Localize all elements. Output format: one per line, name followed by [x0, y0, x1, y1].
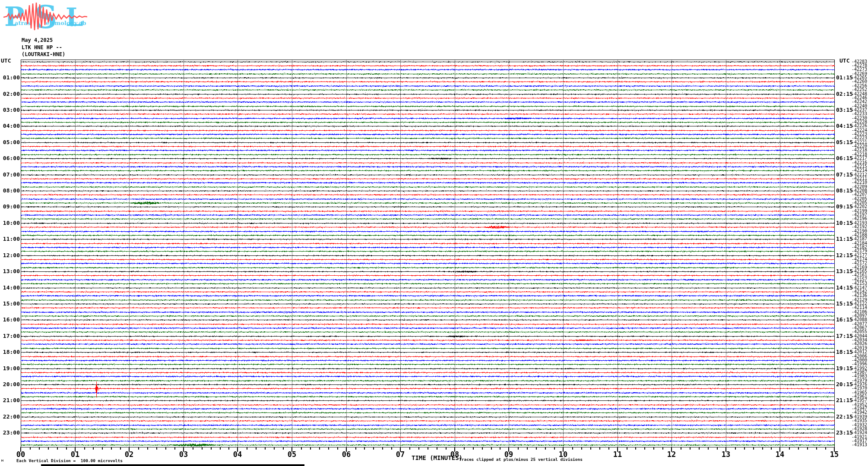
header-date: May 4,2025	[22, 37, 53, 44]
x-tick-label: 12	[661, 451, 682, 458]
left-time-label: 15:00	[1, 301, 20, 307]
left-time-label: 22:00	[1, 414, 20, 420]
x-tick-label: 04	[227, 451, 248, 458]
left-time-label: 17:00	[1, 333, 20, 339]
left-time-label: 12:00	[1, 252, 20, 258]
left-time-label: 06:00	[1, 155, 20, 161]
helicorder-plot-canvas	[0, 0, 868, 466]
left-time-label: 21:00	[1, 397, 20, 403]
x-tick-label: 00	[10, 451, 31, 458]
left-time-label: 18:00	[1, 349, 20, 355]
x-tick-label: 02	[119, 451, 139, 458]
left-time-label: 14:00	[1, 285, 20, 291]
bottom-edge-bar	[41, 464, 304, 466]
left-time-label: 23:00	[1, 430, 20, 436]
left-time-label: 09:00	[1, 204, 20, 210]
left-time-label: 16:00	[1, 317, 20, 323]
x-tick-label: 11	[607, 451, 628, 458]
left-time-label: 20:00	[1, 381, 20, 387]
left-time-label: 01:00	[1, 75, 20, 81]
left-time-label: 19:00	[1, 365, 20, 372]
x-tick-label: 14	[770, 451, 790, 458]
logo-word-eismology: eismology	[46, 20, 78, 26]
header-location: (LOUTRAKI-HNE)	[22, 51, 65, 58]
header-station: LTK HNE HP --	[22, 44, 62, 51]
psl-logo: P S L atras eismology ab	[3, 1, 89, 33]
x-tick-label: 13	[716, 451, 736, 458]
left-time-label: 10:00	[1, 220, 20, 226]
left-time-label: 03:00	[1, 107, 20, 113]
footer-glyph: м	[1, 459, 3, 463]
left-time-label: 13:00	[1, 268, 20, 274]
x-tick-label: 05	[282, 451, 302, 458]
trace-offset-value: -41913	[848, 443, 867, 447]
footer-clip-note: Traces clipped at plus/minus 25 vertical…	[459, 457, 583, 462]
utc-label-left: UTC	[1, 58, 11, 64]
left-time-label: 05:00	[1, 139, 20, 145]
footer-scale-note: Each Vertical Division = 100.00 microvol…	[16, 458, 123, 463]
left-time-label: 07:00	[1, 172, 20, 178]
logo-letter-l: L	[66, 3, 83, 32]
x-tick-label: 06	[336, 451, 357, 458]
left-time-label: 04:00	[1, 123, 20, 129]
webicorder-page: P S L atras eismology ab May 4,2025 LTK …	[0, 0, 868, 466]
logo-word-ab: ab	[79, 20, 86, 26]
x-tick-label: 07	[390, 451, 411, 458]
x-tick-label: 15	[824, 451, 845, 458]
x-axis-title: TIME (MINUTES)	[412, 455, 463, 461]
left-time-label: 02:00	[1, 91, 20, 97]
x-tick-label: 03	[173, 451, 194, 458]
left-time-label: 11:00	[1, 236, 20, 242]
left-time-label: 08:00	[1, 188, 20, 194]
x-tick-label: 01	[65, 451, 86, 458]
